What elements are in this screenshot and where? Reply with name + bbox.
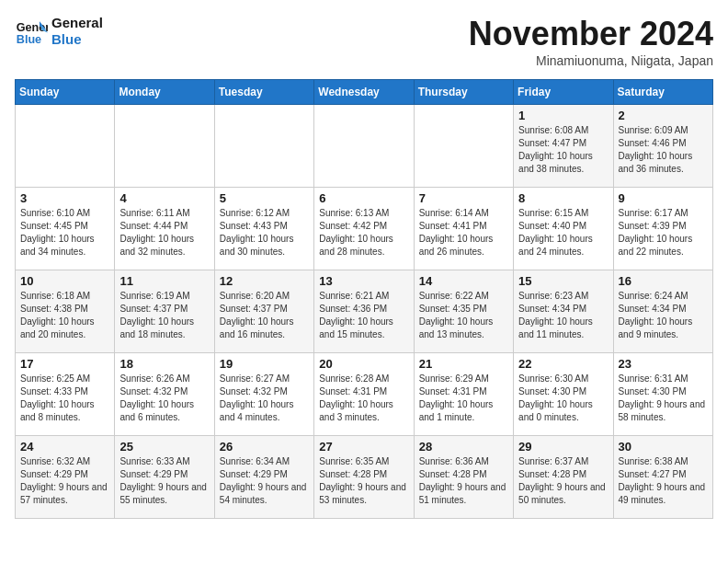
- cell-content: Sunset: 4:34 PM: [619, 303, 708, 316]
- svg-text:Blue: Blue: [17, 33, 41, 46]
- day-header-sunday: Sunday: [16, 80, 115, 105]
- cell-content: Sunset: 4:37 PM: [119, 303, 209, 316]
- calendar-cell: [414, 105, 513, 188]
- day-number: 29: [518, 440, 608, 454]
- day-number: 17: [20, 357, 109, 371]
- cell-content: Daylight: 9 hours and 55 minutes.: [119, 481, 209, 507]
- logo: General Blue General Blue: [15, 15, 103, 48]
- day-number: 12: [220, 274, 309, 288]
- logo-line2: Blue: [51, 31, 103, 48]
- cell-content: Sunset: 4:35 PM: [419, 303, 508, 316]
- cell-content: Daylight: 10 hours and 18 minutes.: [119, 316, 209, 341]
- cell-content: Sunset: 4:38 PM: [20, 303, 109, 316]
- cell-content: Daylight: 10 hours and 32 minutes.: [119, 233, 209, 259]
- day-number: 6: [319, 191, 408, 205]
- cell-content: Sunset: 4:45 PM: [20, 220, 109, 233]
- cell-content: Sunrise: 6:21 AM: [319, 290, 408, 303]
- calendar-cell: [314, 105, 414, 188]
- day-number: 8: [518, 191, 608, 205]
- calendar-cell: 6Sunrise: 6:13 AMSunset: 4:42 PMDaylight…: [314, 188, 414, 270]
- calendar-cell: 28Sunrise: 6:36 AMSunset: 4:28 PMDayligh…: [414, 436, 513, 519]
- day-number: 26: [220, 440, 309, 454]
- day-number: 24: [20, 440, 109, 454]
- cell-content: Sunset: 4:39 PM: [619, 220, 708, 233]
- cell-content: Daylight: 10 hours and 4 minutes.: [220, 398, 309, 424]
- day-number: 16: [619, 274, 708, 288]
- cell-content: Sunset: 4:27 PM: [619, 468, 708, 481]
- cell-content: Daylight: 10 hours and 8 minutes.: [20, 398, 109, 424]
- calendar-cell: 2Sunrise: 6:09 AMSunset: 4:46 PMDaylight…: [613, 105, 712, 188]
- logo-line1: General: [51, 15, 103, 31]
- cell-content: Sunrise: 6:27 AM: [220, 373, 309, 385]
- cell-content: Daylight: 10 hours and 9 minutes.: [619, 316, 708, 341]
- calendar-header-row: SundayMondayTuesdayWednesdayThursdayFrid…: [16, 80, 713, 105]
- cell-content: Sunrise: 6:23 AM: [518, 290, 608, 303]
- day-number: 28: [419, 440, 508, 454]
- cell-content: Sunset: 4:29 PM: [119, 468, 209, 481]
- calendar-cell: 13Sunrise: 6:21 AMSunset: 4:36 PMDayligh…: [314, 270, 414, 353]
- day-number: 7: [419, 191, 508, 205]
- day-number: 23: [619, 357, 708, 371]
- cell-content: Sunrise: 6:36 AM: [419, 455, 508, 468]
- calendar-cell: 4Sunrise: 6:11 AMSunset: 4:44 PMDaylight…: [115, 188, 214, 270]
- calendar-cell: 7Sunrise: 6:14 AMSunset: 4:41 PMDaylight…: [414, 188, 513, 270]
- cell-content: Sunset: 4:40 PM: [518, 220, 608, 233]
- cell-content: Sunset: 4:28 PM: [419, 468, 508, 481]
- cell-content: Daylight: 10 hours and 6 minutes.: [119, 398, 209, 424]
- cell-content: Daylight: 10 hours and 28 minutes.: [319, 233, 408, 259]
- day-number: 9: [619, 191, 708, 205]
- cell-content: Sunset: 4:32 PM: [220, 385, 309, 398]
- cell-content: Sunrise: 6:34 AM: [220, 455, 309, 468]
- cell-content: Sunrise: 6:35 AM: [319, 455, 408, 468]
- cell-content: Sunrise: 6:09 AM: [619, 124, 708, 137]
- calendar-cell: 10Sunrise: 6:18 AMSunset: 4:38 PMDayligh…: [16, 270, 115, 353]
- cell-content: Sunrise: 6:31 AM: [619, 373, 708, 385]
- calendar-cell: [214, 105, 313, 188]
- cell-content: Sunset: 4:30 PM: [619, 385, 708, 398]
- cell-content: Sunset: 4:28 PM: [518, 468, 608, 481]
- cell-content: Daylight: 9 hours and 53 minutes.: [319, 481, 408, 507]
- day-number: 20: [319, 357, 408, 371]
- location: Minamiuonuma, Niigata, Japan: [469, 53, 713, 68]
- calendar-cell: 22Sunrise: 6:30 AMSunset: 4:30 PMDayligh…: [514, 353, 613, 436]
- cell-content: Sunrise: 6:10 AM: [20, 207, 109, 220]
- day-number: 13: [319, 274, 408, 288]
- calendar-cell: 23Sunrise: 6:31 AMSunset: 4:30 PMDayligh…: [613, 353, 712, 436]
- calendar-cell: 25Sunrise: 6:33 AMSunset: 4:29 PMDayligh…: [115, 436, 214, 519]
- calendar-cell: 1Sunrise: 6:08 AMSunset: 4:47 PMDaylight…: [514, 105, 613, 188]
- cell-content: Sunset: 4:44 PM: [119, 220, 209, 233]
- cell-content: Sunrise: 6:28 AM: [319, 373, 408, 385]
- day-number: 18: [119, 357, 209, 371]
- cell-content: Sunset: 4:33 PM: [20, 385, 109, 398]
- cell-content: Daylight: 10 hours and 1 minute.: [419, 398, 508, 424]
- cell-content: Daylight: 9 hours and 57 minutes.: [20, 481, 109, 507]
- day-header-wednesday: Wednesday: [314, 80, 414, 105]
- cell-content: Sunrise: 6:38 AM: [619, 455, 708, 468]
- calendar-cell: 11Sunrise: 6:19 AMSunset: 4:37 PMDayligh…: [115, 270, 214, 353]
- cell-content: Sunrise: 6:24 AM: [619, 290, 708, 303]
- cell-content: Daylight: 10 hours and 24 minutes.: [518, 233, 608, 259]
- calendar-table: SundayMondayTuesdayWednesdayThursdayFrid…: [15, 79, 713, 519]
- calendar-cell: 30Sunrise: 6:38 AMSunset: 4:27 PMDayligh…: [613, 436, 712, 519]
- calendar-cell: 16Sunrise: 6:24 AMSunset: 4:34 PMDayligh…: [613, 270, 712, 353]
- day-number: 11: [119, 274, 209, 288]
- calendar-cell: 14Sunrise: 6:22 AMSunset: 4:35 PMDayligh…: [414, 270, 513, 353]
- cell-content: Sunrise: 6:20 AM: [220, 290, 309, 303]
- cell-content: Sunrise: 6:33 AM: [119, 455, 209, 468]
- cell-content: Sunrise: 6:29 AM: [419, 373, 508, 385]
- day-number: 22: [518, 357, 608, 371]
- cell-content: Sunset: 4:34 PM: [518, 303, 608, 316]
- cell-content: Sunset: 4:36 PM: [319, 303, 408, 316]
- cell-content: Sunset: 4:31 PM: [419, 385, 508, 398]
- day-number: 2: [619, 109, 708, 122]
- cell-content: Sunset: 4:31 PM: [319, 385, 408, 398]
- cell-content: Sunrise: 6:14 AM: [419, 207, 508, 220]
- cell-content: Sunrise: 6:26 AM: [119, 373, 209, 385]
- day-header-tuesday: Tuesday: [214, 80, 313, 105]
- day-header-monday: Monday: [115, 80, 214, 105]
- day-number: 10: [20, 274, 109, 288]
- calendar-cell: 3Sunrise: 6:10 AMSunset: 4:45 PMDaylight…: [16, 188, 115, 270]
- calendar-week-3: 10Sunrise: 6:18 AMSunset: 4:38 PMDayligh…: [16, 270, 713, 353]
- month-title: November 2024: [469, 15, 713, 53]
- cell-content: Daylight: 9 hours and 54 minutes.: [220, 481, 309, 507]
